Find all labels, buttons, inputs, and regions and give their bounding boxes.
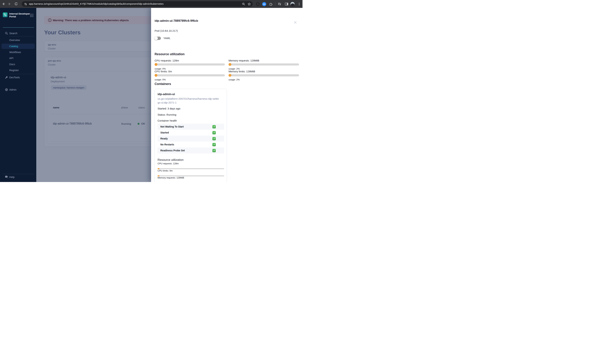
progress-thumb xyxy=(155,74,158,77)
svg-text:?: ? xyxy=(6,176,7,178)
bookmark-star-icon[interactable] xyxy=(247,2,251,6)
health-check-row: Not Waiting To Start xyxy=(158,124,224,130)
browser-toolbar: app.harness.io/ng/account/vpCkHKsDSxK9_K… xyxy=(0,0,302,8)
health-check-row: Ready xyxy=(158,136,224,142)
sidebar-item-docs[interactable]: Docs xyxy=(0,62,36,67)
metric-progress-bar xyxy=(155,74,225,76)
health-check-row: Started xyxy=(158,130,224,136)
check-success-icon xyxy=(212,131,216,134)
health-check-label: Started xyxy=(160,131,212,134)
health-check-label: Ready xyxy=(160,137,212,140)
check-success-icon xyxy=(212,143,216,146)
sidebar-item-label: API xyxy=(9,57,13,60)
sidebar-item-label: DevTools xyxy=(9,76,20,79)
metric-usage: usage: 2% xyxy=(229,67,299,70)
yaml-toggle-thumb xyxy=(154,37,158,40)
help-chat-icon: ? xyxy=(5,175,8,179)
yaml-toggle-label: YAML xyxy=(163,37,171,40)
metric-label: CPU limits: 0m xyxy=(158,169,224,172)
side-panel-icon[interactable] xyxy=(284,1,289,7)
metric-label: Memory limits: 128MiB xyxy=(229,70,299,73)
metric-progress-bar xyxy=(229,64,299,65)
metric-memory-limits: Memory limits: 128MiB usage: 2% xyxy=(229,70,299,81)
container-resource-heading: Resource utilization xyxy=(158,158,184,162)
pod-details-drawer: idp-admin-ui-7889789fc6-9f6cb Pod (10.64… xyxy=(151,8,302,182)
media-playlist-icon[interactable] xyxy=(277,1,282,7)
yaml-toggle[interactable] xyxy=(155,37,161,40)
profile-photo xyxy=(290,2,295,6)
sidebar-logo-divider xyxy=(3,27,34,28)
app-viewport: Internal Developer Portal Search Overvie… xyxy=(0,8,302,182)
mini-metric-memory-requests: Memory requests: 128MiB xyxy=(158,176,224,182)
check-success-icon xyxy=(212,125,216,128)
container-health-heading: Container health xyxy=(158,119,177,122)
zoom-out-page-icon[interactable] xyxy=(241,2,246,6)
browser-profile-avatar[interactable] xyxy=(290,1,295,7)
metric-memory-requests: Memory requests: 128MiB usage: 2% xyxy=(229,59,299,70)
harness-idp-logo-icon[interactable] xyxy=(3,13,8,17)
sidebar-item-label: Help xyxy=(9,176,14,179)
sidebar-item-search[interactable]: Search xyxy=(0,31,36,36)
browser-forward-button[interactable] xyxy=(6,1,12,7)
sidebar-item-workflows[interactable]: Workflows xyxy=(0,50,36,55)
sidebar-item-api[interactable]: API xyxy=(0,55,36,61)
metric-usage: usage: 0% xyxy=(155,67,225,70)
sidebar-item-help[interactable]: ? Help xyxy=(0,174,36,180)
sidebar-item-devtools[interactable]: DevTools xyxy=(0,75,36,80)
container-health-checks: Not Waiting To Start Started Ready No Re… xyxy=(158,124,224,154)
metric-label: CPU requests: 128m xyxy=(158,162,224,165)
metric-usage: usage: 0% xyxy=(155,78,225,81)
mini-metric-cpu-limits: CPU limits: 0m xyxy=(158,169,224,176)
progress-thumb xyxy=(155,63,158,66)
sidebar-item-label: Overview xyxy=(9,39,20,41)
health-check-row: Readiness Probe Set xyxy=(158,147,224,154)
metric-label: CPU limits: 0m xyxy=(155,70,225,73)
sidebar-item-admin[interactable]: Admin xyxy=(0,87,36,92)
search-icon xyxy=(5,32,8,35)
browser-back-button[interactable] xyxy=(1,1,6,7)
sidebar-divider xyxy=(9,74,34,74)
metric-progress-bar xyxy=(229,74,299,76)
extension-spinner-icon[interactable] xyxy=(255,1,261,7)
metric-progress-bar xyxy=(158,168,224,169)
extensions-puzzle-icon[interactable] xyxy=(268,1,273,7)
check-success-icon xyxy=(212,137,216,140)
apps-grid-icon[interactable] xyxy=(30,13,34,17)
sidebar: Internal Developer Portal Search Overvie… xyxy=(0,8,36,182)
zoom-app-extension-icon[interactable]: zm xyxy=(262,1,267,7)
portal-title: Internal Developer Portal xyxy=(9,13,30,18)
browser-menu-icon[interactable] xyxy=(297,1,302,7)
sidebar-item-label: Search xyxy=(9,32,17,35)
drawer-title: idp-admin-ui-7889789fc6-9f6cb xyxy=(155,19,198,23)
sidebar-item-label: Docs xyxy=(9,63,15,66)
progress-thumb xyxy=(229,74,231,77)
sidebar-item-label: Catalog xyxy=(9,45,18,48)
container-status: Status: Running xyxy=(158,113,176,116)
browser-reload-button[interactable] xyxy=(13,1,19,7)
close-icon[interactable] xyxy=(293,21,297,24)
metric-label: Memory requests: 128MiB xyxy=(158,176,224,179)
metric-usage: usage: 2% xyxy=(229,78,299,81)
sidebar-item-register[interactable]: Register xyxy=(0,68,36,73)
progress-fill xyxy=(158,168,159,169)
sidebar-divider xyxy=(9,36,34,37)
container-image: us.gcr.io/platform-205701/harness/harnes… xyxy=(158,97,219,104)
health-check-row: No Restarts xyxy=(158,142,224,147)
metric-label: Memory requests: 128MiB xyxy=(229,59,299,62)
resource-utilization-heading: Resource utilization xyxy=(155,52,184,56)
gear-icon xyxy=(5,88,8,91)
resource-utilization-grid: CPU requests: 128m usage: 0% Memory requ… xyxy=(155,59,299,81)
container-started: Started: 3 days ago xyxy=(158,107,180,110)
metric-cpu-limits: CPU limits: 0m usage: 0% xyxy=(155,70,225,81)
progress-thumb xyxy=(229,63,231,66)
site-settings-icon[interactable] xyxy=(24,2,28,6)
sidebar-item-label: Admin xyxy=(9,88,16,91)
wrench-icon xyxy=(5,76,8,79)
url-text[interactable]: app.harness.io/ng/account/vpCkHKsDSxK9_K… xyxy=(29,1,164,7)
sidebar-item-overview[interactable]: Overview xyxy=(0,38,36,43)
pod-subtitle: Pod (10.64.10.217) xyxy=(155,29,178,32)
metric-label: CPU requests: 128m xyxy=(155,59,225,62)
sidebar-item-catalog[interactable]: Catalog xyxy=(1,44,35,49)
browser-address-bar[interactable]: app.harness.io/ng/account/vpCkHKsDSxK9_K… xyxy=(22,1,253,7)
containers-heading: Containers xyxy=(155,82,171,86)
